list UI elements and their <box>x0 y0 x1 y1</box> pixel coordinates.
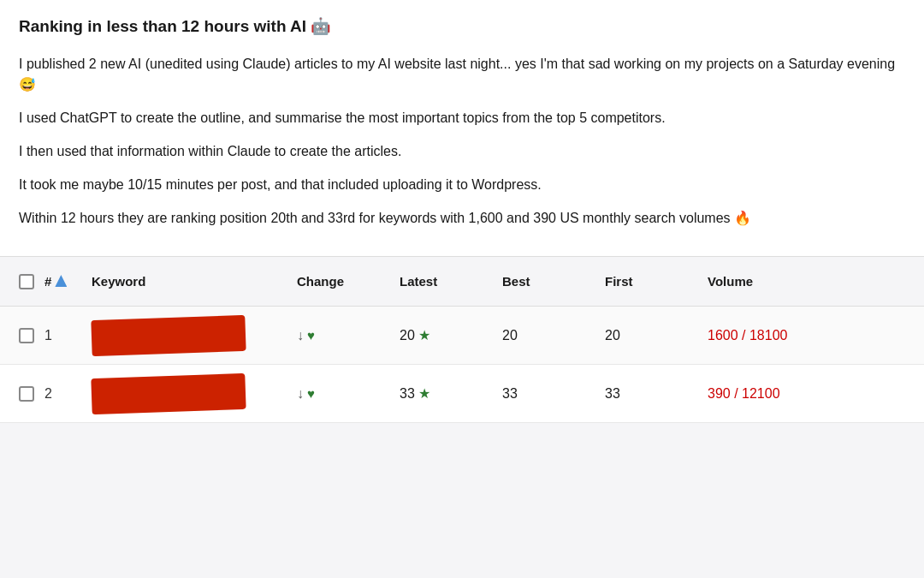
row2-keyword-col <box>92 376 297 412</box>
rankings-table: # Keyword Change Latest Best First Volum… <box>0 256 924 578</box>
row1-change-col: ↓ ♥ <box>297 328 400 343</box>
row2-number-col: 2 <box>44 386 92 402</box>
header-checkbox-col <box>9 274 44 289</box>
row1-latest: 20 ★ <box>400 327 430 343</box>
col-header-latest: Latest <box>400 274 437 289</box>
row2-volume-value: 390 / 12100 <box>708 386 780 402</box>
row1-volume-col: 1600 / 18100 <box>708 328 915 343</box>
table-header-row: # Keyword Change Latest Best First Volum… <box>0 257 924 307</box>
row2-latest: 33 ★ <box>400 385 430 402</box>
page-title: Ranking in less than 12 hours with AI 🤖 <box>19 15 905 39</box>
row2-change-heart: ♥ <box>307 386 315 401</box>
row1-number: 1 <box>44 328 52 343</box>
row2-latest-value: 33 <box>400 386 415 402</box>
paragraph-4: It took me maybe 10/15 minutes per post,… <box>19 175 905 196</box>
paragraph-2: I used ChatGPT to create the outline, an… <box>19 108 905 129</box>
row1-change-heart: ♥ <box>307 328 315 343</box>
row2-first-value: 33 <box>605 386 620 402</box>
col-header-keyword: Keyword <box>92 274 145 289</box>
header-latest-col: Latest <box>400 274 502 289</box>
row2-change-col: ↓ ♥ <box>297 386 400 402</box>
row2-first-col: 33 <box>605 386 708 402</box>
header-checkbox[interactable] <box>19 274 34 289</box>
header-volume-col: Volume <box>708 274 915 289</box>
row1-first-value: 20 <box>605 328 620 343</box>
paragraph-5: Within 12 hours they are ranking positio… <box>19 208 905 229</box>
col-header-change: Change <box>297 274 344 289</box>
row1-star-icon: ★ <box>418 327 430 343</box>
row2-volume-col: 390 / 12100 <box>708 386 915 402</box>
paragraph-3: I then used that information within Clau… <box>19 141 905 163</box>
header-best-col: Best <box>502 274 605 289</box>
row1-latest-col: 20 ★ <box>400 327 502 343</box>
page-wrapper: Ranking in less than 12 hours with AI 🤖 … <box>0 0 924 578</box>
row2-best-col: 33 <box>502 386 605 402</box>
row1-keyword-col <box>92 318 297 354</box>
row1-checkbox-col <box>9 328 44 343</box>
col-header-best: Best <box>502 274 530 289</box>
col-header-first: First <box>605 274 633 289</box>
row1-volume-value: 1600 / 18100 <box>708 328 787 343</box>
table-row: 2 ↓ ♥ 33 ★ 33 33 390 / 12100 <box>0 365 924 423</box>
row2-star-icon: ★ <box>418 385 430 402</box>
row1-number-col: 1 <box>44 328 92 343</box>
row2-keyword-redacted <box>91 373 246 414</box>
text-section: Ranking in less than 12 hours with AI 🤖 … <box>0 0 924 256</box>
row1-best-col: 20 <box>502 328 605 343</box>
row1-best-value: 20 <box>502 328 518 343</box>
row1-keyword-redacted <box>91 315 246 356</box>
row1-first-col: 20 <box>605 328 708 343</box>
table-row: 1 ↓ ♥ 20 ★ 20 20 1600 / 18100 <box>0 307 924 365</box>
col-header-volume: Volume <box>708 274 753 289</box>
header-first-col: First <box>605 274 708 289</box>
header-keyword-col: Keyword <box>92 274 297 289</box>
row2-best-value: 33 <box>502 386 518 402</box>
header-number-col: # <box>44 274 92 289</box>
row2-number: 2 <box>44 386 52 402</box>
row2-latest-col: 33 ★ <box>400 385 502 402</box>
paragraph-1: I published 2 new AI (unedited using Cla… <box>19 54 905 97</box>
row1-checkbox[interactable] <box>19 328 34 343</box>
row2-checkbox[interactable] <box>19 386 34 402</box>
header-change-col: Change <box>297 274 400 289</box>
row2-change-arrow: ↓ <box>297 386 304 402</box>
row1-latest-value: 20 <box>400 328 415 343</box>
col-header-number: # <box>44 274 51 289</box>
row2-checkbox-col <box>9 386 44 402</box>
sort-icon[interactable] <box>55 275 67 287</box>
row1-change-arrow: ↓ <box>297 328 304 343</box>
